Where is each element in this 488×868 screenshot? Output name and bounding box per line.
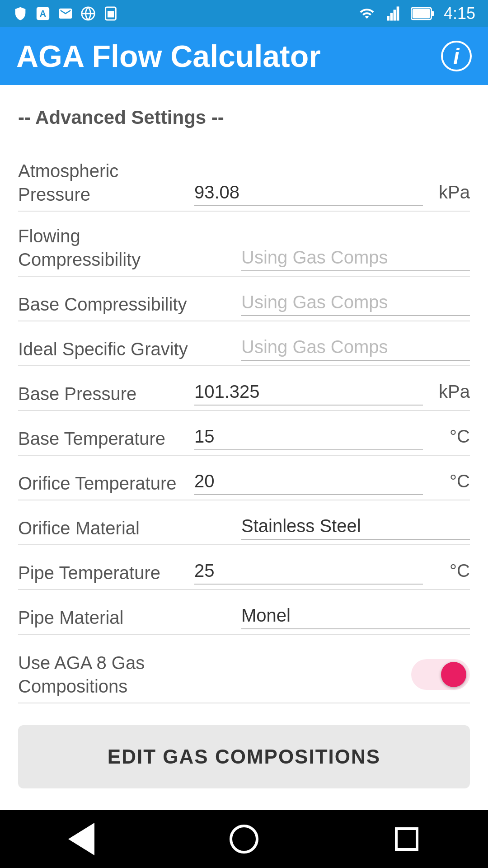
field-row-base-pressure: Base PressurekPa [18,366,470,410]
field-label-atmospheric-pressure: Atmospheric Pressure [18,159,194,206]
field-input-group-orifice-temperature: °C [194,468,470,495]
field-input-orifice-material[interactable] [241,513,470,540]
home-circle-icon [230,825,258,854]
field-input-base-compressibility[interactable] [241,289,470,316]
svg-rect-5 [387,16,389,21]
status-bar: A 4:15 [0,0,488,27]
field-label-base-compressibility: Base Compressibility [18,292,208,316]
field-input-group-base-temperature: °C [194,424,470,450]
svg-rect-11 [413,9,430,18]
field-row-base-compressibility: Base Compressibility [18,277,470,321]
field-input-orifice-temperature[interactable] [194,468,423,495]
shield-icon [13,6,28,21]
field-label-pipe-material: Pipe Material [18,606,208,629]
field-row-ideal-specific-gravity: Ideal Specific Gravity [18,321,470,365]
field-row-atmospheric-pressure: Atmospheric PressurekPa [18,146,470,211]
field-row-pipe-temperature: Pipe Temperature°C [18,545,470,589]
field-input-group-atmospheric-pressure: kPa [194,179,470,206]
use-aga8-toggle-row: Use AGA 8 Gas Compositions [18,635,470,703]
svg-rect-8 [397,6,399,20]
recents-square-icon [395,827,418,851]
svg-rect-7 [394,10,396,21]
field-input-group-orifice-material [208,513,470,540]
svg-text:A: A [40,9,46,19]
field-row-flowing-compressibility: Flowing Compressibility [18,212,470,276]
back-button[interactable] [59,816,104,862]
back-triangle-icon [68,823,94,855]
field-row-base-temperature: Base Temperature°C [18,411,470,455]
field-label-flowing-compressibility: Flowing Compressibility [18,224,208,271]
app-bar: AGA Flow Calculator i [0,27,488,85]
field-row-pipe-material: Pipe Material [18,590,470,634]
home-button[interactable] [221,816,267,862]
field-label-base-temperature: Base Temperature [18,427,194,450]
field-unit-pipe-temperature: °C [434,561,470,585]
field-label-ideal-specific-gravity: Ideal Specific Gravity [18,337,208,361]
sim-icon [103,6,118,21]
field-input-ideal-specific-gravity[interactable] [241,334,470,361]
field-input-group-base-compressibility [208,289,470,316]
field-unit-orifice-temperature: °C [434,471,470,495]
field-unit-base-temperature: °C [434,426,470,450]
status-icons-left: A [13,6,118,21]
signal-icon [386,6,402,21]
divider [18,703,470,703]
bottom-nav [0,810,488,868]
svg-rect-10 [431,11,434,16]
battery-icon [411,7,435,20]
field-input-group-flowing-compressibility [208,245,470,271]
field-input-group-pipe-material [208,603,470,629]
field-unit-atmospheric-pressure: kPa [434,182,470,206]
status-time: 4:15 [444,4,475,23]
field-input-base-temperature[interactable] [194,424,423,450]
app-title: AGA Flow Calculator [16,38,321,74]
field-unit-base-pressure: kPa [434,382,470,406]
use-aga8-toggle[interactable] [411,659,470,690]
field-row-orifice-temperature: Orifice Temperature°C [18,456,470,500]
info-icon[interactable]: i [441,41,472,71]
content-area: -- Advanced Settings -- Atmospheric Pres… [0,85,488,810]
edit-gas-compositions-button[interactable]: EDIT GAS COMPOSITIONS [18,725,470,788]
svg-rect-6 [390,13,393,21]
fields-container: Atmospheric PressurekPaFlowing Compressi… [18,146,470,635]
use-aga8-label: Use AGA 8 Gas Compositions [18,651,208,698]
globe-icon [80,6,96,21]
mail-icon [58,6,73,21]
field-input-pipe-temperature[interactable] [194,558,423,585]
a-icon: A [35,6,51,21]
recents-button[interactable] [384,816,429,862]
field-input-base-pressure[interactable] [194,379,423,406]
field-input-group-ideal-specific-gravity [208,334,470,361]
field-label-orifice-temperature: Orifice Temperature [18,472,194,495]
field-input-flowing-compressibility[interactable] [241,245,470,271]
field-input-pipe-material[interactable] [241,603,470,629]
field-label-pipe-temperature: Pipe Temperature [18,561,194,585]
field-input-atmospheric-pressure[interactable] [194,179,423,206]
section-header: -- Advanced Settings -- [18,107,470,128]
field-row-orifice-material: Orifice Material [18,500,470,544]
field-input-group-pipe-temperature: °C [194,558,470,585]
toggle-slider [411,659,470,690]
field-label-base-pressure: Base Pressure [18,382,194,406]
svg-rect-4 [108,11,114,17]
wifi-icon [357,6,377,21]
field-input-group-base-pressure: kPa [194,379,470,406]
field-label-orifice-material: Orifice Material [18,516,208,540]
status-icons-right: 4:15 [357,4,475,23]
